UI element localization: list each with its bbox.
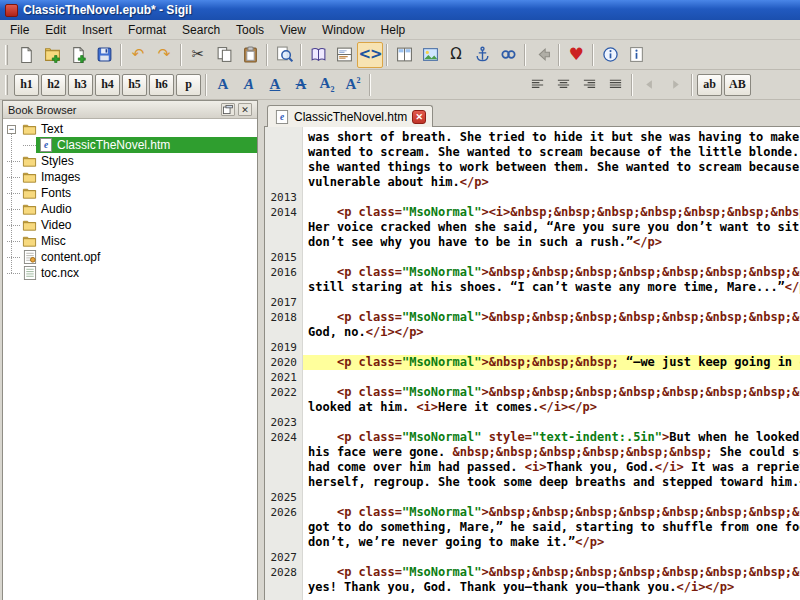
menu-view[interactable]: View <box>272 21 314 39</box>
find-button[interactable] <box>271 42 297 68</box>
align-center-button[interactable] <box>550 72 576 98</box>
tree-item-images[interactable]: Images <box>3 169 257 185</box>
code-row[interactable]: don’t see why you have to be in such a r… <box>265 235 800 250</box>
copy-button[interactable] <box>211 42 237 68</box>
code-row[interactable]: she wanted things to work between them. … <box>265 160 800 175</box>
insert-id-button[interactable] <box>469 42 495 68</box>
add-existing-file-button[interactable] <box>65 42 91 68</box>
align-left-button[interactable] <box>524 72 550 98</box>
save-button[interactable] <box>91 42 117 68</box>
heading-4-button[interactable]: h4 <box>95 74 120 96</box>
code-row[interactable]: don’t, we’re never going to make it.”</p… <box>265 535 800 550</box>
cut-button[interactable]: ✂ <box>185 42 211 68</box>
close-panel-button[interactable]: ✕ <box>238 103 252 116</box>
code-row[interactable]: 2016 <p class="MsoNormal">&nbsp;&nbsp;&n… <box>265 265 800 280</box>
heading-2-button[interactable]: h2 <box>41 74 66 96</box>
code-row[interactable]: was short of breath. She tried to hide i… <box>265 130 800 145</box>
code-row[interactable]: 2028 <p class="MsoNormal">&nbsp;&nbsp;&n… <box>265 565 800 580</box>
back-button[interactable] <box>529 42 555 68</box>
menu-search[interactable]: Search <box>174 21 228 39</box>
code-row[interactable]: Her voice cracked when she said, “Are yo… <box>265 220 800 235</box>
code-row[interactable]: looked at him. <i>Here it comes.</i></p> <box>265 400 800 415</box>
menu-file[interactable]: File <box>2 21 37 39</box>
underline-button[interactable]: A <box>262 72 288 98</box>
code-row[interactable]: got to do something, Mare,” he said, sta… <box>265 520 800 535</box>
code-row[interactable]: God, no.</i></p> <box>265 325 800 340</box>
heading-6-button[interactable]: h6 <box>149 74 174 96</box>
open-button[interactable] <box>39 42 65 68</box>
code-row[interactable]: 2017 <box>265 295 800 310</box>
tab-classicthenovel-htm[interactable]: e ClassicTheNovel.htm ✕ <box>267 105 433 127</box>
paragraph-button[interactable]: p <box>176 74 201 96</box>
code-row[interactable]: 2027 <box>265 550 800 565</box>
insert-link-button[interactable] <box>495 42 521 68</box>
code-row[interactable]: 2014 <p class="MsoNormal"><i>&nbsp;&nbsp… <box>265 205 800 220</box>
split-view-button[interactable] <box>331 42 357 68</box>
paste-button[interactable] <box>237 42 263 68</box>
tree-item-toc-ncx[interactable]: toc.ncx <box>3 265 257 281</box>
code-view-button[interactable]: <> <box>357 42 383 68</box>
float-panel-button[interactable] <box>221 103 235 116</box>
special-characters-button[interactable]: Ω <box>443 42 469 68</box>
code-row[interactable]: 2015 <box>265 250 800 265</box>
bold-button[interactable]: A <box>210 72 236 98</box>
expander-minus-icon[interactable]: − <box>7 125 16 134</box>
donate-button[interactable]: ♥ <box>563 42 589 68</box>
code-row[interactable]: 2013 <box>265 190 800 205</box>
new-file-button[interactable] <box>13 42 39 68</box>
tab-close-button[interactable]: ✕ <box>412 110 426 124</box>
subscript-button[interactable]: A2 <box>314 72 340 98</box>
code-row[interactable]: wanted to scream. She wanted to scream b… <box>265 145 800 160</box>
menu-tools[interactable]: Tools <box>228 21 272 39</box>
tree-item-text[interactable]: −Text <box>3 121 257 137</box>
redo-button[interactable]: ↷ <box>151 42 177 68</box>
tree-item-classicthenovel-htm[interactable]: eClassicTheNovel.htm <box>3 137 257 153</box>
code-editor[interactable]: was short of breath. She tried to hide i… <box>264 126 800 600</box>
tree-item-misc[interactable]: Misc <box>3 233 257 249</box>
menu-format[interactable]: Format <box>120 21 174 39</box>
about-button[interactable] <box>623 42 649 68</box>
heading-3-button[interactable]: h3 <box>68 74 93 96</box>
menu-help[interactable]: Help <box>373 21 414 39</box>
tree-item-content-opf[interactable]: content.opf <box>3 249 257 265</box>
previous-file-button[interactable] <box>636 72 662 98</box>
book-view-button[interactable] <box>305 42 331 68</box>
align-right-button[interactable] <box>576 72 602 98</box>
code-row[interactable]: 2022 <p class="MsoNormal">&nbsp;&nbsp;&n… <box>265 385 800 400</box>
code-row[interactable]: his face were gone. &nbsp;&nbsp;&nbsp;&n… <box>265 445 800 460</box>
code-row[interactable]: 2019 <box>265 340 800 355</box>
tree-item-audio[interactable]: Audio <box>3 201 257 217</box>
code-row[interactable]: herself, regroup. She took some deep bre… <box>265 475 800 490</box>
tree-item-video[interactable]: Video <box>3 217 257 233</box>
code-row[interactable]: 2026 <p class="MsoNormal">&nbsp;&nbsp;&n… <box>265 505 800 520</box>
code-row[interactable]: 2020 <p class="MsoNormal">&nbsp;&nbsp;&n… <box>265 355 800 370</box>
title-bar[interactable]: ClassicTheNovel.epub* - Sigil <box>0 0 800 20</box>
superscript-button[interactable]: A2 <box>340 72 366 98</box>
code-row[interactable]: yes! Thank you, God. Thank you—thank you… <box>265 580 800 595</box>
tree-item-styles[interactable]: Styles <box>3 153 257 169</box>
align-justify-button[interactable] <box>602 72 628 98</box>
tree-item-fonts[interactable]: Fonts <box>3 185 257 201</box>
code-area[interactable]: was short of breath. She tried to hide i… <box>265 130 800 595</box>
code-row[interactable]: vulnerable about him.</p> <box>265 175 800 190</box>
code-row[interactable]: 2018 <p class="MsoNormal">&nbsp;&nbsp;&n… <box>265 310 800 325</box>
lowercase-button[interactable]: ab <box>697 74 722 96</box>
next-file-button[interactable] <box>662 72 688 98</box>
menu-edit[interactable]: Edit <box>37 21 74 39</box>
heading-1-button[interactable]: h1 <box>14 74 39 96</box>
code-row[interactable]: still staring at his shoes. “I can’t was… <box>265 280 800 295</box>
sigil-app-icon[interactable] <box>5 4 18 17</box>
heading-5-button[interactable]: h5 <box>122 74 147 96</box>
code-row[interactable]: 2024 <p class="MsoNormal" style="text-in… <box>265 430 800 445</box>
menu-insert[interactable]: Insert <box>74 21 120 39</box>
menu-window[interactable]: Window <box>314 21 373 39</box>
code-row[interactable]: 2021 <box>265 370 800 385</box>
italic-button[interactable]: A <box>236 72 262 98</box>
info-button[interactable] <box>597 42 623 68</box>
uppercase-button[interactable]: AB <box>724 74 751 96</box>
code-row[interactable]: had come over him had passed. <i>Thank y… <box>265 460 800 475</box>
code-row[interactable]: 2025 <box>265 490 800 505</box>
strikethrough-button[interactable]: A <box>288 72 314 98</box>
insert-image-button[interactable] <box>417 42 443 68</box>
code-row[interactable]: 2023 <box>265 415 800 430</box>
